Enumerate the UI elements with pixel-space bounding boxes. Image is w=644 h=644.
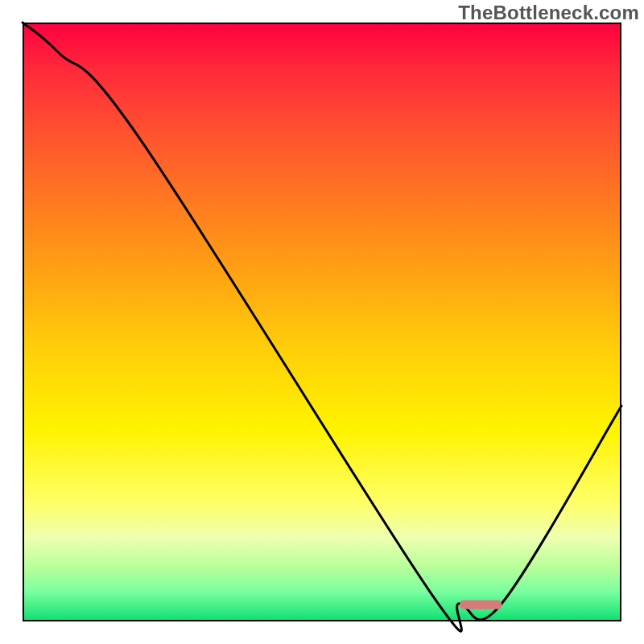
plot-area [23, 23, 621, 621]
flat-marker [460, 601, 502, 609]
bottleneck-curve [23, 23, 621, 631]
chart-svg [23, 23, 621, 621]
watermark-text: TheBottleneck.com [458, 2, 639, 24]
chart-container: TheBottleneck.com [0, 0, 644, 644]
